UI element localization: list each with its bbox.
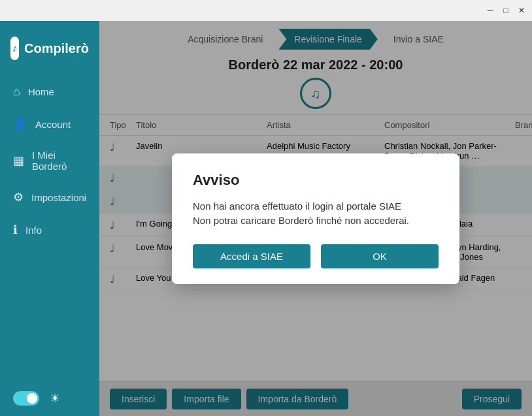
info-icon: ℹ [13,223,18,237]
sidebar-bottom: ☀ [0,381,99,416]
settings-icon: ⚙ [13,190,24,204]
accedi-siae-button[interactable]: Accedi a SIAE [193,244,310,268]
sidebar-label-bordero: I Miei Borderò [32,150,86,172]
sidebar-item-impostazioni[interactable]: ⚙ Impostazioni [0,181,99,214]
sidebar-item-account[interactable]: 👤 Account [0,108,99,140]
app-container: ♪ Compilerò ⌂ Home 👤 Account ▦ I Miei Bo… [0,21,532,416]
toggle-knob [27,393,37,404]
sidebar-item-home[interactable]: ⌂ Home [0,76,99,108]
sidebar-label-home: Home [28,86,54,97]
bordero-icon: ▦ [13,153,24,168]
dialog-message-line2: Non potrai caricare Borderò finché non a… [193,215,409,226]
dialog-buttons: Accedi a SIAE OK [193,244,439,268]
maximize-button[interactable]: □ [501,5,511,16]
main-content: Acquisizione Brani Revisione Finale Invi… [99,21,532,416]
sidebar: ♪ Compilerò ⌂ Home 👤 Account ▦ I Miei Bo… [0,21,99,416]
logo: ♪ Compilerò [0,31,99,76]
sidebar-label-info: Info [25,225,42,236]
close-button[interactable]: ✕ [516,5,527,16]
home-icon: ⌂ [13,85,20,99]
dialog-message-line1: Non hai ancora effettuato il login al po… [193,200,401,212]
sun-icon: ☀ [50,391,60,406]
sidebar-label-account: Account [35,119,71,130]
sidebar-item-info[interactable]: ℹ Info [0,214,99,246]
sidebar-item-bordero[interactable]: ▦ I Miei Borderò [0,140,99,181]
dialog-message: Non hai ancora effettuato il login al po… [193,199,439,229]
account-icon: 👤 [13,117,27,131]
title-bar: ─ □ ✕ [0,0,532,21]
sidebar-label-impostazioni: Impostazioni [31,192,86,203]
minimize-button[interactable]: ─ [485,5,495,16]
dialog-overlay: Avviso Non hai ancora effettuato il logi… [99,21,532,416]
logo-text: Compilerò [24,41,89,56]
dialog-title: Avviso [193,172,439,189]
theme-toggle[interactable] [13,391,39,406]
ok-button[interactable]: OK [321,244,439,268]
dialog: Avviso Non hai ancora effettuato il logi… [172,153,459,284]
logo-icon: ♪ [10,37,19,60]
